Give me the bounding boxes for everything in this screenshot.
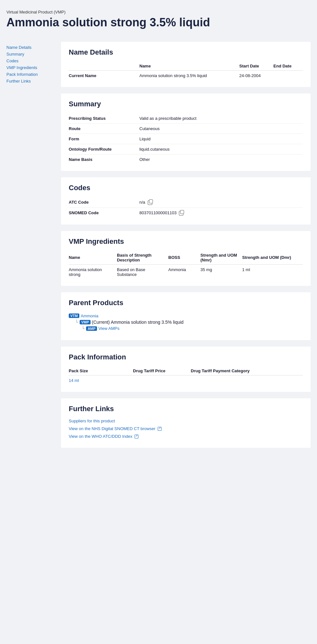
- atc-code-text: n/a: [139, 200, 145, 205]
- table-row: 14 ml: [69, 375, 303, 385]
- name-details-col-name: Name: [139, 62, 239, 71]
- further-links-title: Further Links: [69, 405, 303, 413]
- vmp-ingredients-section: VMP Ingredients Name Basis of Strength D…: [61, 231, 311, 286]
- name-basis-label: Name Basis: [69, 154, 139, 165]
- codes-section: Codes ATC Code n/a SNOMED Code: [61, 177, 311, 224]
- pack-size-link[interactable]: 14 ml: [69, 378, 79, 383]
- table-row: ATC Code n/a: [69, 197, 303, 207]
- vmp-col-dmr: Strength and UOM (Dmr): [242, 251, 303, 265]
- sidebar-item-further-links[interactable]: Further Links: [6, 79, 58, 84]
- vtm-row: VTM Ammonia: [69, 313, 303, 318]
- snomed-browser-link[interactable]: View on the NHS Digital SNOMED CT browse…: [69, 426, 155, 431]
- current-name-value: Ammonia solution strong 3.5% liquid: [139, 71, 239, 81]
- amp-indent: └: [82, 326, 85, 331]
- table-row: Ontology Form/Route liquid.cutaneous: [69, 144, 303, 154]
- table-row: Name Basis Other: [69, 154, 303, 165]
- pack-col-category: Drug Tariff Payment Category: [191, 366, 303, 375]
- vmp-text: (Current) Ammonia solution strong 3.5% l…: [92, 320, 184, 325]
- pack-col-size: Pack Size: [69, 366, 133, 375]
- ingredient-name: Ammonia solution strong: [69, 264, 117, 279]
- ontology-label: Ontology Form/Route: [69, 144, 139, 154]
- vmp-col-boss: BOSS: [168, 251, 200, 265]
- ontology-value: liquid.cutaneous: [139, 144, 303, 154]
- suppliers-link-row: Suppliers for this product: [69, 418, 303, 423]
- name-details-col-end: End Date: [273, 62, 303, 71]
- main-layout: Name Details Summary Codes VMP Ingredien…: [6, 42, 311, 454]
- vmp-col-name: Name: [69, 251, 117, 265]
- table-row: Prescribing Status Valid as a prescribab…: [69, 113, 303, 124]
- atc-code-label: ATC Code: [69, 197, 139, 207]
- vmp-indent: └: [75, 320, 78, 325]
- snomed-code-text: 8037011000001103: [139, 210, 177, 215]
- table-row: SNOMED Code 8037011000001103: [69, 207, 303, 218]
- codes-table: ATC Code n/a SNOMED Code 803701100000110…: [69, 197, 303, 218]
- current-name-end-date: [273, 71, 303, 81]
- vmp-ingredients-title: VMP Ingredients: [69, 237, 303, 246]
- route-value: Cutaneous: [139, 124, 303, 134]
- who-atc-link[interactable]: View on the WHO ATC/DDD Index: [69, 434, 132, 439]
- suppliers-link[interactable]: Suppliers for this product: [69, 419, 115, 423]
- current-name-start-date: 24-08-2004: [239, 71, 273, 81]
- prescribing-status-value: Valid as a prescribable product: [139, 113, 303, 124]
- parent-products-tree: VTM Ammonia └ VMP (Current) Ammonia solu…: [69, 312, 303, 334]
- vtm-badge: VTM: [69, 313, 79, 318]
- pack-information-section: Pack Information Pack Size Drug Tariff P…: [61, 347, 311, 392]
- sidebar-item-vmp-ingredients[interactable]: VMP Ingredients: [6, 65, 58, 70]
- snomed-link-row: View on the NHS Digital SNOMED CT browse…: [69, 426, 303, 431]
- codes-title: Codes: [69, 184, 303, 192]
- vmp-col-basis: Basis of Strength Description: [117, 251, 168, 265]
- amp-badge: AMP: [86, 326, 97, 331]
- prescribing-status-label: Prescribing Status: [69, 113, 139, 124]
- current-name-label: Current Name: [69, 71, 139, 81]
- sidebar-item-pack-information[interactable]: Pack Information: [6, 72, 58, 77]
- parent-products-title: Parent Products: [69, 299, 303, 307]
- summary-title: Summary: [69, 100, 303, 108]
- vmp-ingredients-table: Name Basis of Strength Description BOSS …: [69, 251, 303, 279]
- pack-information-table: Pack Size Drug Tariff Price Drug Tariff …: [69, 366, 303, 385]
- parent-products-section: Parent Products VTM Ammonia └ VMP (Curre…: [61, 292, 311, 340]
- table-row: Ammonia solution strong Based on Base Su…: [69, 264, 303, 279]
- product-title: Ammonia solution strong 3.5% liquid: [6, 16, 311, 29]
- ingredient-strength-nmr: 35 mg: [200, 264, 242, 279]
- snomed-code-label: SNOMED Code: [69, 207, 139, 218]
- vmp-badge: VMP: [80, 320, 91, 324]
- table-row: Current Name Ammonia solution strong 3.5…: [69, 71, 303, 81]
- vmp-row: └ VMP (Current) Ammonia solution strong …: [75, 320, 303, 325]
- form-label: Form: [69, 134, 139, 144]
- pack-size-value[interactable]: 14 ml: [69, 375, 133, 385]
- atc-code-copy-icon[interactable]: [148, 200, 152, 205]
- vtm-link[interactable]: Ammonia: [81, 313, 98, 318]
- further-links-section: Further Links Suppliers for this product…: [61, 398, 311, 448]
- sidebar-item-name-details[interactable]: Name Details: [6, 45, 58, 50]
- amp-link[interactable]: View AMPs: [98, 326, 119, 331]
- name-details-title: Name Details: [69, 48, 303, 57]
- snomed-code-value: 8037011000001103: [139, 207, 303, 218]
- who-link-row: View on the WHO ATC/DDD Index: [69, 434, 303, 439]
- page-wrapper: Virtual Medicinal Product (VMP) Ammonia …: [0, 0, 317, 467]
- further-links-list: Suppliers for this product View on the N…: [69, 418, 303, 439]
- form-value: Liquid: [139, 134, 303, 144]
- name-details-col-label: [69, 62, 139, 71]
- product-type-label: Virtual Medicinal Product (VMP): [6, 10, 311, 14]
- pack-price-value: [133, 375, 191, 385]
- content-area: Name Details Name Start Date End Date Cu…: [58, 42, 311, 454]
- atc-code-value: n/a: [139, 197, 303, 207]
- snomed-external-icon: [158, 427, 162, 431]
- summary-section: Summary Prescribing Status Valid as a pr…: [61, 93, 311, 171]
- sidebar: Name Details Summary Codes VMP Ingredien…: [6, 42, 58, 454]
- ingredient-strength-dmr: 1 ml: [242, 264, 303, 279]
- sidebar-item-summary[interactable]: Summary: [6, 52, 58, 57]
- snomed-code-copy-icon[interactable]: [179, 211, 183, 216]
- name-details-section: Name Details Name Start Date End Date Cu…: [61, 42, 311, 87]
- sidebar-item-codes[interactable]: Codes: [6, 58, 58, 63]
- amp-row: └ AMP View AMPs: [82, 326, 303, 331]
- pack-col-price: Drug Tariff Price: [133, 366, 191, 375]
- vmp-col-nmr: Strength and UOM (Nmr): [200, 251, 242, 265]
- ingredient-boss: Ammonia: [168, 264, 200, 279]
- ingredient-basis: Based on Base Substance: [117, 264, 168, 279]
- name-details-col-start: Start Date: [239, 62, 273, 71]
- table-row: Route Cutaneous: [69, 124, 303, 134]
- pack-information-title: Pack Information: [69, 353, 303, 361]
- name-details-table: Name Start Date End Date Current Name Am…: [69, 62, 303, 81]
- header-section: Virtual Medicinal Product (VMP) Ammonia …: [6, 6, 311, 42]
